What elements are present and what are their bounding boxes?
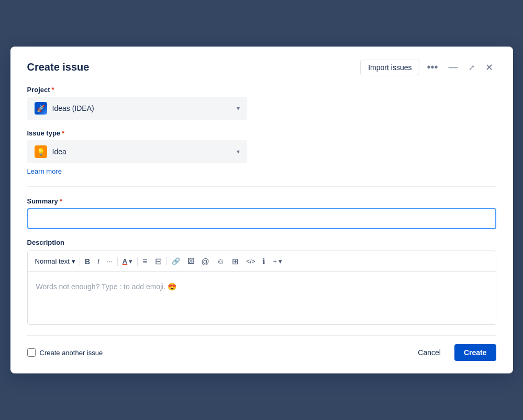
- bold-button[interactable]: B: [81, 255, 94, 268]
- numbered-list-button[interactable]: ⊟: [151, 254, 165, 268]
- mention-button[interactable]: @: [198, 255, 213, 268]
- summary-field-group: Summary *: [27, 197, 496, 229]
- link-button[interactable]: 🔗: [168, 255, 184, 267]
- project-icon: 🚀: [35, 102, 47, 115]
- import-issues-button[interactable]: Import issues: [360, 60, 419, 75]
- project-chevron-icon: ▾: [237, 105, 240, 112]
- description-field-group: Description Normal text ▾ B I ··· A ▾ ≡ …: [27, 239, 496, 325]
- bullet-list-button[interactable]: ≡: [139, 255, 151, 268]
- issue-type-label: Issue type *: [27, 129, 496, 137]
- divider: [27, 186, 496, 187]
- issue-type-dropdown[interactable]: 💡 Idea ▾: [27, 140, 247, 163]
- create-button[interactable]: Create: [454, 344, 496, 361]
- description-editor: Normal text ▾ B I ··· A ▾ ≡ ⊟ 🔗 🖼 @: [27, 251, 496, 325]
- more-options-button[interactable]: •••: [424, 59, 441, 75]
- text-color-chevron-icon: ▾: [129, 257, 132, 265]
- more-options-toolbar-button[interactable]: + ▾: [269, 255, 286, 267]
- description-label: Description: [27, 239, 496, 246]
- modal-footer: Create another issue Cancel Create: [27, 335, 496, 361]
- create-another-label[interactable]: Create another issue: [27, 348, 103, 357]
- emoji-button[interactable]: ☺: [213, 255, 228, 268]
- toolbar-separator-3: [137, 257, 138, 266]
- text-style-chevron-icon: ▾: [72, 257, 75, 265]
- more-formatting-button[interactable]: ···: [103, 255, 116, 267]
- issue-type-field-group: Issue type * 💡 Idea ▾ Learn more: [27, 129, 496, 176]
- editor-placeholder: Words not enough? Type : to add emoji. 😍: [36, 282, 177, 291]
- cancel-button[interactable]: Cancel: [409, 344, 449, 361]
- project-field-group: Project * 🚀 Ideas (IDEA) ▾: [27, 86, 496, 120]
- project-value: Ideas (IDEA): [52, 104, 94, 112]
- summary-input[interactable]: [27, 208, 496, 229]
- idea-icon: 💡: [35, 145, 47, 158]
- table-button[interactable]: ⊞: [228, 255, 242, 268]
- code-button[interactable]: </>: [242, 256, 259, 267]
- create-issue-modal: Create issue Import issues ••• — ⤢ ✕ Pro…: [10, 47, 513, 373]
- toolbar-separator-1: [80, 257, 80, 266]
- text-style-dropdown[interactable]: Normal text ▾: [32, 255, 79, 267]
- close-button[interactable]: ✕: [482, 60, 496, 75]
- toolbar-separator-2: [117, 257, 118, 266]
- image-button[interactable]: 🖼: [184, 255, 198, 267]
- learn-more-link[interactable]: Learn more: [27, 167, 62, 175]
- issue-type-chevron-icon: ▾: [237, 148, 240, 155]
- editor-toolbar: Normal text ▾ B I ··· A ▾ ≡ ⊟ 🔗 🖼 @: [28, 251, 496, 272]
- expand-button[interactable]: ⤢: [465, 61, 478, 74]
- more-options-chevron-icon: ▾: [279, 257, 282, 265]
- editor-body[interactable]: Words not enough? Type : to add emoji. 😍: [28, 272, 496, 324]
- toolbar-separator-4: [166, 257, 167, 266]
- project-dropdown[interactable]: 🚀 Ideas (IDEA) ▾: [27, 97, 247, 120]
- info-button[interactable]: ℹ: [259, 255, 269, 268]
- footer-right: Cancel Create: [409, 344, 496, 361]
- project-required-star: *: [52, 86, 54, 94]
- italic-button[interactable]: I: [94, 255, 103, 268]
- create-another-checkbox[interactable]: [27, 348, 36, 357]
- text-color-button[interactable]: A ▾: [119, 255, 136, 267]
- summary-label: Summary *: [27, 197, 496, 205]
- minimize-button[interactable]: —: [446, 60, 461, 75]
- issue-type-value: Idea: [52, 147, 66, 156]
- summary-required-star: *: [60, 197, 62, 205]
- modal-title: Create issue: [27, 61, 90, 73]
- issue-type-required-star: *: [62, 129, 64, 137]
- project-label: Project *: [27, 86, 496, 94]
- modal-header: Create issue Import issues ••• — ⤢ ✕: [27, 61, 496, 73]
